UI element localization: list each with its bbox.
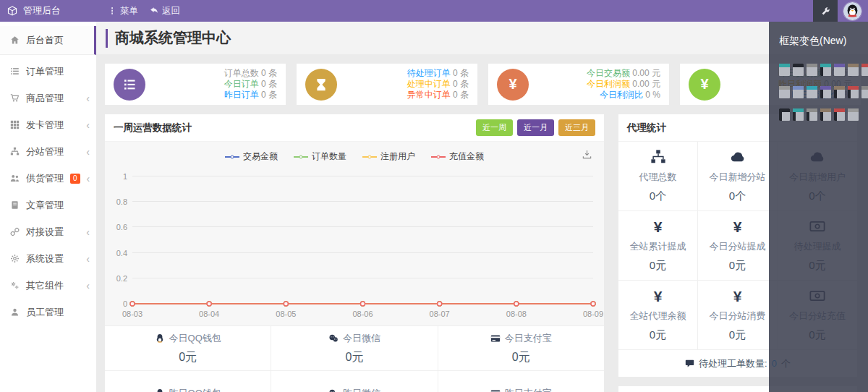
range-button[interactable]: 近一月 [517, 119, 554, 136]
range-button[interactable]: 近一周 [476, 119, 513, 136]
brand: 管理后台 [0, 4, 96, 17]
badge: 0 [70, 174, 80, 184]
legend-item[interactable]: 订单数量 [294, 150, 346, 163]
sidebar-item-system[interactable]: 系统设置‹ [0, 245, 96, 272]
sidebar-item-components[interactable]: 其它组件‹ [0, 272, 96, 299]
sidebar-item-integration[interactable]: 对接设置‹ [0, 218, 96, 245]
sidebar-item-label: 系统设置 [26, 252, 64, 265]
sitemap-icon [650, 149, 666, 165]
qq-icon [155, 333, 165, 344]
agent-cell-value: 0元 [729, 259, 746, 273]
sidebar-item-card-issuing[interactable]: 发卡管理‹ [0, 111, 96, 138]
wallet-value: 0元 [179, 350, 197, 365]
stat-row: 处理中订单 0 条 [407, 79, 469, 90]
agent-cell-value: 0个 [729, 189, 746, 203]
wallet-cell: 今日QQ钱包0元 [105, 326, 271, 370]
download-button[interactable] [582, 149, 592, 162]
theme-swatch[interactable] [861, 64, 868, 76]
menu-icon [108, 7, 116, 15]
stat-row-label: 昨日订单 [224, 90, 259, 100]
stat-row-value: 0 % [643, 90, 660, 100]
stat-card: 待处理订单 0 条处理中订单 0 条异常中订单 0 条 [297, 64, 477, 105]
theme-swatch[interactable] [820, 86, 831, 98]
legend-label: 注册用户 [380, 150, 415, 163]
swatch-sidebar [820, 112, 823, 121]
sidebar-item-home[interactable]: 后台首页 [0, 26, 96, 55]
hourglass-icon [314, 77, 328, 92]
sidebar-item-article[interactable]: 文章管理 [0, 192, 96, 218]
stat-row-label: 处理中订单 [407, 79, 451, 89]
agent-cell: ¥今日分站消费0元 [698, 281, 778, 350]
theme-swatch[interactable] [820, 64, 831, 76]
stat-row-label: 订单总数 [224, 68, 259, 78]
wallet-label: 昨日QQ钱包 [169, 387, 221, 392]
swatch-body [779, 67, 790, 76]
chevron-left-icon: ‹ [86, 227, 90, 237]
sidebar-item-orders[interactable]: 订单管理 [0, 58, 96, 85]
theme-swatch[interactable] [834, 64, 845, 76]
cart-icon [10, 93, 20, 103]
theme-swatch[interactable] [820, 108, 831, 121]
theme-swatch[interactable] [848, 86, 859, 98]
wallet-row: 今日QQ钱包0元今日微信0元今日支付宝0元 [105, 325, 604, 370]
link-icon [10, 227, 20, 237]
theme-swatch[interactable] [848, 64, 859, 76]
theme-swatch[interactable] [848, 108, 859, 121]
legend-label: 充值金额 [449, 150, 484, 163]
stat-row-value: 0 条 [451, 79, 469, 89]
agent-cell: ¥全站累计提成0元 [618, 211, 698, 281]
wallet-row: 昨日QQ钱包昨日微信昨日支付宝 [105, 370, 604, 392]
swatch-body [834, 67, 845, 76]
theme-swatch-row [779, 64, 868, 76]
swatch-body [820, 67, 831, 76]
theme-picker-overlay: 框架变色(New) [769, 22, 868, 392]
back-button[interactable]: 返回 [150, 5, 180, 17]
agent-cell-value: 0元 [729, 328, 746, 342]
swatch-body [807, 67, 817, 76]
sidebar-item-substation[interactable]: 分站管理‹ [0, 138, 96, 165]
wallet-cell: 今日微信0元 [271, 326, 437, 370]
theme-swatch[interactable] [779, 86, 790, 98]
x-tick-label: 08-09 [583, 310, 603, 318]
theme-swatch[interactable] [793, 86, 804, 98]
theme-swatch[interactable] [834, 86, 845, 98]
legend-item[interactable]: 交易金额 [225, 150, 278, 163]
stat-card: ¥今日交易额 0.00 元今日利润额 0.00 元今日利润比 0 % [488, 64, 669, 105]
theme-swatch-rows [779, 64, 868, 121]
theme-swatch[interactable] [779, 108, 790, 121]
stat-row: 今日利润比 0 % [587, 90, 660, 101]
theme-swatch[interactable] [807, 108, 817, 121]
stat-row-value: 0 条 [259, 68, 277, 78]
theme-swatch[interactable] [779, 64, 790, 76]
legend-item[interactable]: 充值金额 [431, 150, 484, 163]
x-tick-label: 08-06 [352, 310, 373, 318]
sidebar-item-goods[interactable]: 商品管理‹ [0, 85, 96, 111]
yen-icon: ¥ [654, 219, 663, 234]
theme-swatch[interactable] [793, 108, 804, 121]
swatch-sidebar [820, 90, 823, 98]
theme-swatch[interactable] [807, 64, 817, 76]
cogs-icon [10, 281, 20, 290]
sidebar-item-supply[interactable]: 供货管理0‹ [0, 165, 96, 192]
wechat-icon [328, 388, 339, 392]
agent-cell-value: 0元 [650, 259, 666, 273]
theme-swatch[interactable] [807, 86, 817, 98]
theme-swatch[interactable] [861, 86, 868, 98]
theme-swatch[interactable] [834, 108, 845, 121]
avatar[interactable] [843, 2, 861, 20]
chart-plot-area: 00.20.40.60.8108-0308-0408-0508-0608-070… [132, 176, 593, 304]
main-row: 一周运营数据统计 近一周近一月近三月 交易金额订单数量注册用户充值金额 00.2… [105, 114, 868, 392]
sidebar-item-staff[interactable]: 员工管理 [0, 299, 96, 325]
wallet-label: 昨日支付宝 [505, 387, 552, 392]
range-button[interactable]: 近三月 [558, 119, 595, 136]
user-icon [10, 307, 20, 317]
theme-settings-button[interactable] [813, 0, 838, 22]
back-button-label: 返回 [162, 5, 180, 17]
theme-swatch[interactable] [793, 64, 804, 76]
wallet-label: 今日支付宝 [505, 332, 552, 345]
shell: 后台首页订单管理商品管理‹发卡管理‹分站管理‹供货管理0‹文章管理对接设置‹系统… [0, 22, 868, 392]
y-tick-label: 0.6 [116, 223, 127, 231]
menu-button[interactable]: 菜单 [108, 5, 138, 17]
stat-icon-circle: ¥ [689, 69, 720, 101]
legend-item[interactable]: 注册用户 [362, 150, 415, 163]
